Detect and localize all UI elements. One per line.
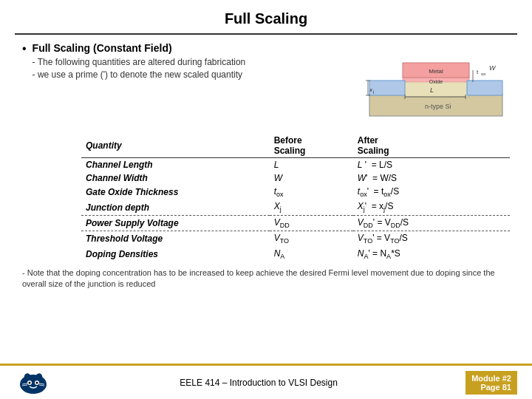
footer-logo <box>15 369 52 395</box>
sub-item-2: - we use a prime (') to denote the new s… <box>33 69 355 80</box>
svg-text:W: W <box>489 64 497 72</box>
row-channel-width-after: W' = W/S <box>353 171 510 185</box>
svg-text:t: t <box>477 69 479 75</box>
svg-text:ox: ox <box>481 72 485 76</box>
row-psu-before: VDD <box>270 215 353 231</box>
footer-center-text: EELE 414 – Introduction to VLSI Design <box>180 378 337 388</box>
svg-text:Metal: Metal <box>429 68 443 75</box>
scaling-table: Quantity Before Scaling After Scaling <box>81 134 510 262</box>
row-doping-after: NA' = NA*S <box>353 247 510 262</box>
table-row: Channel Width W W' = W/S <box>81 171 510 185</box>
row-threshold-qty: Threshold Voltage <box>81 231 270 247</box>
text-section: • Full Scaling (Constant Field) - The fo… <box>22 42 355 85</box>
footer-page-label: Page 81 <box>471 383 511 392</box>
table-row: Junction depth Xj Xj' = xj/S <box>81 200 510 215</box>
col-after-header: After Scaling <box>353 134 510 158</box>
svg-text:L: L <box>430 86 434 94</box>
svg-text:Oxide: Oxide <box>429 79 443 84</box>
bullet-content: Full Scaling (Constant Field) - The foll… <box>33 42 355 82</box>
row-junction-before: Xj <box>270 200 353 215</box>
row-channel-length-before: L <box>270 158 353 172</box>
bullet-icon: • <box>22 42 27 55</box>
svg-text:n-type Si: n-type Si <box>425 103 451 110</box>
row-gate-oxide-after: tox' = tox/S <box>353 185 510 200</box>
bullet-section: • Full Scaling (Constant Field) - The fo… <box>22 42 355 82</box>
footer-module: Module #2 Page 81 <box>466 371 517 395</box>
row-channel-length-qty: Channel Length <box>81 158 270 172</box>
row-channel-width-qty: Channel Width <box>81 171 270 185</box>
col-quantity: Quantity <box>81 134 270 158</box>
row-gate-oxide-before: tox <box>270 185 353 200</box>
svg-text:j: j <box>372 89 374 94</box>
table-row: Power Supply Voltage VDD VDD' = VDD/S <box>81 215 510 231</box>
row-threshold-before: VTO <box>270 231 353 247</box>
main-content: • Full Scaling (Constant Field) - The fo… <box>0 35 532 364</box>
row-junction-after: Xj' = xj/S <box>353 200 510 215</box>
row-gate-oxide-qty: Gate Oxide Thickness <box>81 185 270 200</box>
footer-course: EELE 414 – Introduction to VLSI Design <box>180 378 337 388</box>
table-section: Quantity Before Scaling After Scaling <box>81 134 510 262</box>
svg-point-28 <box>29 382 31 384</box>
page-container: Full Scaling • Full Scaling (Constant Fi… <box>0 0 532 399</box>
row-doping-qty: Doping Densities <box>81 247 270 262</box>
page-header: Full Scaling <box>15 0 517 35</box>
row-doping-before: NA <box>270 247 353 262</box>
table-row: Channel Length L L ' = L/S <box>81 158 510 172</box>
row-threshold-after: VTO' = VTO/S <box>353 231 510 247</box>
row-channel-width-before: W <box>270 171 353 185</box>
page-title: Full Scaling <box>15 10 517 27</box>
mosfet-svg: n-type Si Metal Oxide t <box>362 42 510 123</box>
row-junction-qty: Junction depth <box>81 200 270 215</box>
col-before-header: Before Scaling <box>270 134 353 158</box>
svg-rect-5 <box>369 81 405 95</box>
svg-point-29 <box>36 382 38 384</box>
row-channel-length-after: L ' = L/S <box>353 158 510 172</box>
page-footer: EELE 414 – Introduction to VLSI Design M… <box>0 364 532 399</box>
sub-item-1: - The following quantities are altered d… <box>33 57 355 67</box>
row-psu-qty: Power Supply Voltage <box>81 215 270 231</box>
footer-module-label: Module #2 <box>471 374 511 383</box>
table-row: Gate Oxide Thickness tox tox' = tox/S <box>81 185 510 200</box>
note-text: - Note that the doping concentration has… <box>22 267 510 290</box>
bullet-title: Full Scaling (Constant Field) <box>33 42 355 54</box>
svg-rect-6 <box>467 81 502 95</box>
table-row: Threshold Voltage VTO VTO' = VTO/S <box>81 231 510 247</box>
mosfet-diagram: n-type Si Metal Oxide t <box>362 42 510 123</box>
table-row: Doping Densities NA NA' = NA*S <box>81 247 510 262</box>
top-row: • Full Scaling (Constant Field) - The fo… <box>22 42 510 123</box>
row-psu-after: VDD' = VDD/S <box>353 215 510 231</box>
